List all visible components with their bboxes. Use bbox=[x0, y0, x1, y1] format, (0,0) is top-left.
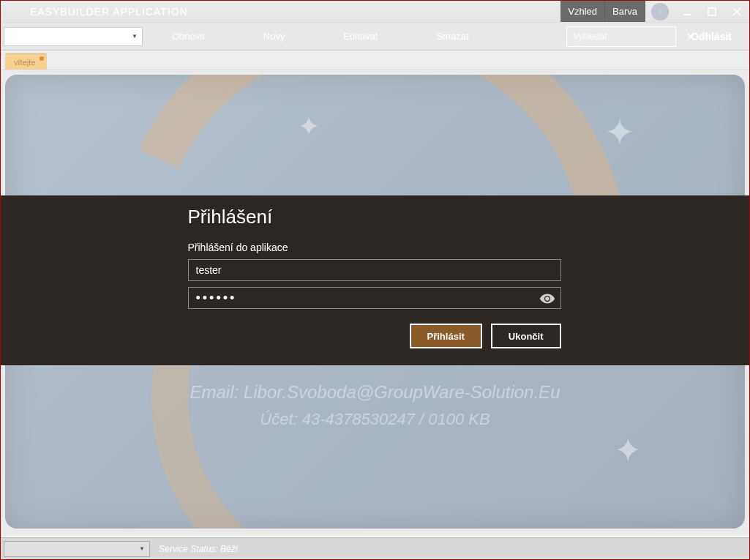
toolbar: ▼ Obnovit Nový Editovat Smazat ✕ Odhlási… bbox=[1, 23, 749, 51]
barva-menu[interactable]: Barva bbox=[605, 1, 645, 22]
logout-button[interactable]: Odhlásit bbox=[676, 23, 746, 50]
chevron-down-icon: ▼ bbox=[139, 545, 145, 552]
modal-subtitle: Přihlášení do aplikace bbox=[188, 242, 566, 253]
maximize-button[interactable] bbox=[700, 1, 724, 22]
svg-text:i: i bbox=[659, 8, 661, 15]
search-box[interactable]: ✕ bbox=[566, 26, 676, 47]
tab-indicator-icon bbox=[40, 56, 44, 61]
eye-icon[interactable] bbox=[539, 291, 555, 307]
selector-combo[interactable]: ▼ bbox=[4, 27, 143, 46]
search-input[interactable] bbox=[573, 31, 683, 42]
svg-rect-2 bbox=[683, 14, 691, 15]
refresh-button[interactable]: Obnovit bbox=[143, 23, 234, 50]
tab-welcome[interactable]: vítejte bbox=[5, 53, 47, 70]
modal-title: Přihlášení bbox=[188, 206, 566, 228]
username-input[interactable] bbox=[188, 259, 561, 281]
svg-rect-3 bbox=[708, 8, 716, 15]
tabstrip: vítejte bbox=[1, 51, 749, 70]
close-button[interactable] bbox=[724, 1, 749, 22]
password-input[interactable] bbox=[188, 287, 561, 309]
info-icon[interactable]: i bbox=[651, 3, 669, 20]
chevron-down-icon: ▼ bbox=[132, 33, 138, 40]
titlebar: EASYBUILDER APPLICATION Vzhled Barva i bbox=[1, 1, 749, 23]
app-title: EASYBUILDER APPLICATION bbox=[30, 6, 188, 18]
delete-button[interactable]: Smazat bbox=[407, 23, 498, 50]
minimize-button[interactable] bbox=[675, 1, 700, 22]
tab-label: vítejte bbox=[14, 58, 35, 67]
status-combo[interactable]: ▼ bbox=[4, 541, 150, 557]
new-button[interactable]: Nový bbox=[234, 23, 315, 50]
service-status-text: Service Status: Běží bbox=[159, 544, 238, 554]
login-button[interactable]: Přihlásit bbox=[410, 324, 482, 348]
vzhled-menu[interactable]: Vzhled bbox=[560, 1, 605, 22]
exit-button[interactable]: Ukončit bbox=[491, 324, 561, 348]
statusbar: ▼ Service Status: Běží bbox=[1, 537, 749, 559]
login-modal: Přihlášení Přihlášení do aplikace Přihlá… bbox=[1, 195, 749, 365]
edit-button[interactable]: Editovat bbox=[314, 23, 407, 50]
